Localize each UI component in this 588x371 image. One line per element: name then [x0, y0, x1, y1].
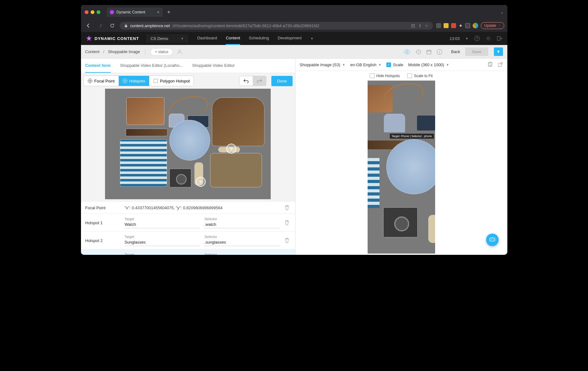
- info-icon[interactable]: [437, 49, 442, 55]
- update-button[interactable]: Update⋮: [481, 22, 504, 29]
- tool-focal-point[interactable]: Focal Point: [84, 76, 119, 86]
- polygon-shirt[interactable]: [120, 139, 167, 187]
- chevron-down-icon: ▼: [342, 63, 345, 67]
- locale-select[interactable]: en-GB English▼: [350, 62, 382, 67]
- extension-icon[interactable]: [451, 23, 456, 28]
- external-link-icon[interactable]: [497, 62, 503, 67]
- content-type-select[interactable]: Shoppable Image (S3)▼: [300, 62, 345, 67]
- checkbox-icon: [407, 73, 412, 78]
- nav-content[interactable]: Content: [226, 32, 240, 45]
- copy-icon[interactable]: [487, 62, 493, 67]
- extension-icon[interactable]: [436, 23, 441, 28]
- hotspot-sunglasses[interactable]: +: [226, 144, 236, 154]
- chat-fab[interactable]: [486, 234, 499, 246]
- polygon-belt[interactable]: [126, 129, 168, 136]
- header-time: 13:03: [450, 36, 460, 41]
- selector-input[interactable]: .sunglasses: [204, 239, 280, 246]
- logout-icon[interactable]: [497, 36, 502, 41]
- row-hotspot-1: Hotspot 1 TargetWatch Selector.watch: [81, 214, 295, 232]
- tab-overflow-icon[interactable]: ⌄: [500, 10, 504, 14]
- image-canvas[interactable]: + +: [105, 89, 271, 199]
- selector-input[interactable]: .watch: [204, 221, 280, 228]
- target-input[interactable]: Sunglasses: [125, 239, 200, 246]
- delete-icon[interactable]: [284, 220, 291, 225]
- nav-more-icon[interactable]: ▼: [310, 37, 314, 40]
- svg-rect-0: [125, 25, 127, 27]
- nav-forward-icon: [96, 21, 105, 30]
- row-hotspot-2: Hotspot 2 TargetSunglasses Selector.sung…: [81, 232, 295, 250]
- history-icon[interactable]: [415, 49, 421, 55]
- svg-rect-17: [490, 238, 495, 241]
- preview-eye-icon[interactable]: [404, 49, 410, 54]
- device-select[interactable]: Mobile (360 x 1000)▼: [408, 62, 449, 67]
- tool-polygon[interactable]: Polygon Hotspot: [149, 76, 193, 86]
- calendar-icon[interactable]: [426, 49, 432, 55]
- row-polygon-1: Polygon 1 TargetShirt Selector.shirt: [81, 250, 295, 255]
- address-bar[interactable]: content.amplience.net/#!/csdemo/authorin…: [120, 22, 433, 30]
- svg-point-3: [487, 37, 489, 39]
- nav-reload-icon[interactable]: [108, 21, 117, 30]
- tool-hotspots[interactable]: Hotspots: [119, 76, 149, 86]
- window-max-dot[interactable]: [97, 10, 100, 14]
- back-button[interactable]: Back: [451, 49, 460, 54]
- nav-scheduling[interactable]: Scheduling: [249, 32, 269, 45]
- polygon-bag[interactable]: [212, 97, 264, 146]
- svg-point-19: [493, 239, 493, 240]
- svg-rect-8: [427, 50, 431, 54]
- add-status-chip[interactable]: + status: [150, 48, 173, 56]
- scale-checkbox[interactable]: ✓Scale: [386, 62, 403, 67]
- extensions-menu-icon[interactable]: ✦: [459, 23, 463, 29]
- polygon-wallet[interactable]: [126, 97, 164, 125]
- logo-icon: [86, 35, 92, 42]
- save-button: Save: [465, 47, 488, 56]
- browser-tab[interactable]: Dynamic Content ×: [107, 7, 163, 17]
- preview-tooltip: Target: Phone | Selector: .phone: [390, 134, 434, 139]
- time-dropdown-icon[interactable]: ▼: [465, 37, 469, 40]
- breadcrumb-root[interactable]: Content: [85, 49, 100, 54]
- chevron-down-icon: ▼: [181, 37, 184, 40]
- done-button[interactable]: Done: [271, 76, 292, 86]
- tab-content-form[interactable]: Content form: [85, 59, 111, 73]
- polygon-shoes[interactable]: [210, 153, 262, 187]
- new-tab-button[interactable]: +: [167, 9, 171, 16]
- extension-icon[interactable]: [465, 23, 470, 28]
- redo-button: [253, 76, 266, 86]
- delete-icon[interactable]: [284, 205, 291, 210]
- svg-text:?: ?: [476, 37, 478, 40]
- brand-logo[interactable]: DYNAMIC CONTENT: [86, 35, 139, 42]
- hide-hotspots-checkbox[interactable]: Hide Hotspots: [370, 73, 400, 78]
- lock-icon: [124, 24, 128, 27]
- save-dropdown[interactable]: ▼: [494, 47, 503, 56]
- polygon-scarf[interactable]: [169, 120, 210, 161]
- polygon-camera[interactable]: [169, 169, 191, 187]
- target-icon: [88, 78, 93, 83]
- brand-name: DYNAMIC CONTENT: [95, 36, 139, 41]
- hotspot-watch[interactable]: +: [196, 177, 206, 187]
- window-close-dot[interactable]: [85, 10, 88, 14]
- tab-shoppable-local[interactable]: Shoppable Video Editor (Localho...: [120, 59, 183, 73]
- nav-development[interactable]: Development: [278, 32, 302, 45]
- assignee-icon[interactable]: [177, 49, 183, 55]
- settings-icon[interactable]: [485, 36, 491, 41]
- chevron-down-icon: ▼: [446, 63, 449, 67]
- scale-to-fit-checkbox[interactable]: Scale to Fit: [407, 73, 433, 78]
- svg-point-6: [406, 51, 408, 53]
- share-icon[interactable]: ⇧: [418, 23, 422, 28]
- undo-button[interactable]: [239, 76, 253, 86]
- delete-icon[interactable]: [284, 238, 291, 243]
- svg-rect-13: [154, 79, 158, 83]
- nav-back-icon[interactable]: [84, 21, 93, 30]
- hub-selector[interactable]: CS Demo ▼: [147, 34, 188, 43]
- key-icon[interactable]: ⚿: [411, 23, 415, 28]
- nav-dashboard[interactable]: Dashboard: [197, 32, 217, 45]
- tab-shoppable-remote[interactable]: Shoppable Video Editor: [192, 59, 235, 73]
- profile-avatar[interactable]: [473, 23, 478, 28]
- favicon: [110, 10, 114, 14]
- extension-icon[interactable]: [444, 23, 449, 28]
- window-min-dot[interactable]: [91, 10, 94, 14]
- help-icon[interactable]: ?: [474, 36, 480, 41]
- bookmark-icon[interactable]: ☆: [425, 23, 429, 28]
- close-tab-icon[interactable]: ×: [157, 10, 159, 15]
- target-input[interactable]: Watch: [125, 221, 200, 228]
- svg-rect-4: [497, 37, 500, 40]
